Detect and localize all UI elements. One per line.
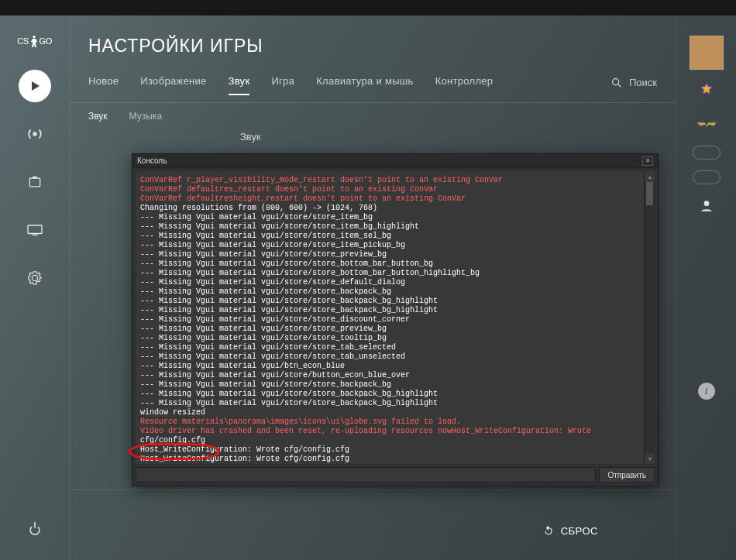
console-line: Resource materials\panorama\images\icons… bbox=[140, 417, 650, 427]
console-line: --- Missing Vgui material vgui/store/sto… bbox=[140, 325, 650, 334]
console-input[interactable] bbox=[136, 467, 596, 483]
subtab-sound[interactable]: Звук bbox=[88, 111, 108, 122]
console-line: --- Missing Vgui material vgui/store/sto… bbox=[140, 380, 650, 390]
svg-rect-0 bbox=[28, 225, 42, 234]
status-pill-2[interactable] bbox=[693, 170, 721, 184]
tab-game[interactable]: Игра bbox=[271, 70, 294, 94]
console-line: --- Missing Vgui material vgui/store/sto… bbox=[140, 390, 650, 399]
power-icon bbox=[27, 520, 43, 536]
search-button[interactable]: Поиск bbox=[610, 77, 657, 89]
console-output[interactable]: ConVarRef r_player_visibility_mode_resta… bbox=[136, 171, 655, 464]
console-window: Консоль ✕ ConVarRef r_player_visibility_… bbox=[132, 153, 659, 486]
logo-right: GO bbox=[40, 36, 52, 46]
console-title: Консоль bbox=[137, 156, 167, 165]
tv-icon bbox=[26, 223, 43, 237]
console-line: --- Missing Vgui material vgui/store/sto… bbox=[140, 222, 650, 232]
console-line: --- Missing Vgui material vgui/store/sto… bbox=[140, 399, 650, 408]
console-line: Video driver has crashed and been reset,… bbox=[140, 427, 650, 436]
reset-icon bbox=[542, 524, 555, 537]
logo-figure-icon bbox=[29, 34, 39, 48]
left-rail: CS GO bbox=[0, 15, 70, 560]
console-line: cfg/config.cfg bbox=[140, 436, 650, 445]
console-line: Host_WriteConfiguration: Wrote cfg/confi… bbox=[140, 445, 650, 455]
nav-power-button[interactable] bbox=[19, 512, 51, 545]
console-line: --- Missing Vgui material vgui/store/but… bbox=[140, 371, 650, 380]
reset-button[interactable]: СБРОС bbox=[542, 524, 598, 537]
status-pill-1[interactable] bbox=[693, 146, 721, 160]
right-rail: i bbox=[676, 15, 736, 560]
play-icon bbox=[29, 80, 41, 92]
briefcase-icon bbox=[27, 174, 43, 190]
search-icon bbox=[610, 77, 623, 89]
console-line: Host_WriteConfiguration: Wrote cfg/confi… bbox=[140, 455, 650, 464]
console-line: --- Missing Vgui material vgui/store/sto… bbox=[140, 213, 650, 222]
console-line: --- Missing Vgui material vgui/store/sto… bbox=[140, 232, 650, 241]
window-topbar bbox=[0, 0, 736, 15]
console-line: --- Missing Vgui material vgui/store/sto… bbox=[140, 306, 650, 315]
nav-inventory-button[interactable] bbox=[19, 166, 51, 198]
subtabs-row: Звук Музыка bbox=[70, 103, 676, 126]
console-scrollbar[interactable]: ▴ ▾ bbox=[644, 171, 655, 464]
console-submit-button[interactable]: Отправить bbox=[599, 467, 655, 483]
logo-left: CS bbox=[17, 36, 28, 46]
console-line: --- Missing Vgui material vgui/btn_econ_… bbox=[140, 362, 650, 371]
scroll-track[interactable] bbox=[646, 182, 653, 453]
info-button[interactable]: i bbox=[698, 383, 715, 400]
tab-video[interactable]: Изображение bbox=[140, 70, 206, 94]
tab-audio[interactable]: Звук bbox=[229, 70, 250, 94]
reset-label: СБРОС bbox=[561, 525, 598, 537]
console-line: --- Missing Vgui material vgui/store/sto… bbox=[140, 287, 650, 297]
nav-settings-button[interactable] bbox=[19, 262, 51, 294]
guns-icon[interactable] bbox=[696, 113, 717, 135]
console-line: --- Missing Vgui material vgui/store/sto… bbox=[140, 352, 650, 362]
console-line: ConVarRef defaultresheight_restart doesn… bbox=[140, 194, 650, 204]
console-line: ConVarRef defaultres_restart doesn't poi… bbox=[140, 185, 650, 194]
avatar[interactable] bbox=[690, 36, 724, 70]
console-line: --- Missing Vgui material vgui/store/sto… bbox=[140, 241, 650, 250]
nav-play-button[interactable] bbox=[19, 70, 51, 102]
console-line: --- Missing Vgui material vgui/store/sto… bbox=[140, 334, 650, 343]
svg-point-1 bbox=[613, 78, 619, 84]
console-line: --- Missing Vgui material vgui/store/sto… bbox=[140, 297, 650, 306]
console-line: --- Missing Vgui material vgui/store/sto… bbox=[140, 269, 650, 278]
svg-point-2 bbox=[703, 201, 709, 206]
console-body: ConVarRef r_player_visibility_mode_resta… bbox=[136, 171, 655, 464]
console-footer: Отправить bbox=[132, 467, 658, 486]
scroll-down-button[interactable]: ▾ bbox=[645, 453, 655, 464]
console-line: --- Missing Vgui material vgui/store/sto… bbox=[140, 250, 650, 259]
rank-badge-icon[interactable] bbox=[696, 81, 717, 102]
tab-controller[interactable]: Контроллер bbox=[435, 70, 494, 94]
console-line: Changing resolutions from (800, 600) -> … bbox=[140, 204, 650, 213]
divider bbox=[70, 490, 676, 490]
scroll-thumb[interactable] bbox=[646, 182, 653, 205]
console-line: --- Missing Vgui material vgui/store/sto… bbox=[140, 315, 650, 325]
console-line: --- Missing Vgui material vgui/store/sto… bbox=[140, 278, 650, 287]
broadcast-icon bbox=[26, 125, 43, 143]
console-line: --- Missing Vgui material vgui/store/sto… bbox=[140, 343, 650, 352]
close-icon: ✕ bbox=[645, 157, 651, 164]
console-line: --- Missing Vgui material vgui/store/sto… bbox=[140, 259, 650, 269]
tabs-row: Новое Изображение Звук Игра Клавиатура и… bbox=[70, 70, 676, 103]
subtab-music[interactable]: Музыка bbox=[129, 111, 162, 122]
console-titlebar[interactable]: Консоль ✕ bbox=[132, 154, 658, 168]
console-close-button[interactable]: ✕ bbox=[642, 156, 653, 166]
tab-new[interactable]: Новое bbox=[88, 70, 119, 94]
nav-broadcast-button[interactable] bbox=[19, 118, 51, 150]
section-heading: Звук bbox=[70, 126, 676, 143]
page-title: НАСТРОЙКИ ИГРЫ bbox=[70, 15, 676, 70]
profile-icon[interactable] bbox=[696, 195, 717, 217]
tab-keyboard[interactable]: Клавиатура и мышь bbox=[316, 70, 413, 94]
scroll-up-button[interactable]: ▴ bbox=[645, 171, 655, 182]
nav-watch-button[interactable] bbox=[19, 214, 51, 246]
console-line: ConVarRef r_player_visibility_mode_resta… bbox=[140, 176, 650, 185]
gear-icon bbox=[26, 270, 43, 287]
console-line: window resized bbox=[140, 408, 650, 417]
search-label: Поиск bbox=[629, 77, 657, 88]
game-logo: CS GO bbox=[17, 34, 51, 48]
